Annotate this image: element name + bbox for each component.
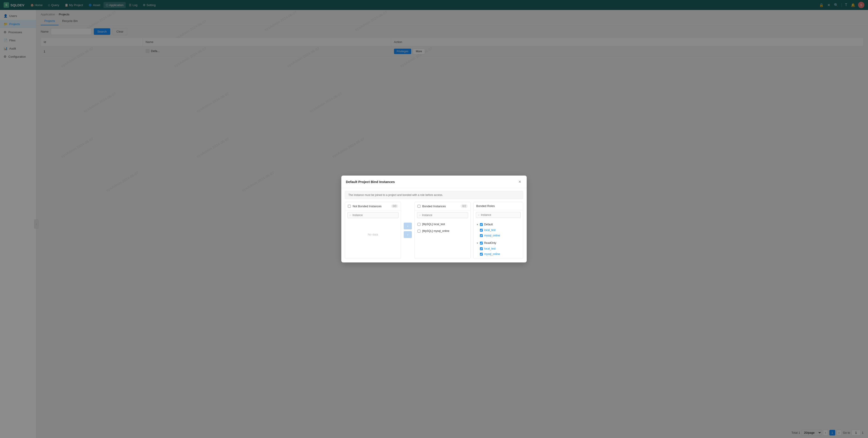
not-bonded-checkbox[interactable] xyxy=(348,205,351,208)
role-child-default-local-test: local_test xyxy=(473,227,523,233)
role-default-mysql-online-label: mysql_online xyxy=(484,234,500,237)
roles-search-box: ○ xyxy=(476,212,521,218)
modal-overlay: Default Project Bind Instances ✕ The ins… xyxy=(0,0,868,438)
role-default-local-test-checkbox[interactable] xyxy=(480,229,483,232)
bonded-roles-panel: Bonded Roles ○ ▼ Default xyxy=(473,202,523,259)
role-default-mysql-online-checkbox[interactable] xyxy=(480,234,483,237)
roles-panel-header: Bonded Roles xyxy=(473,202,523,210)
bonded-count: 0/2 xyxy=(461,204,468,208)
not-bonded-list: No data xyxy=(345,220,401,259)
not-bonded-search-input[interactable] xyxy=(352,213,397,217)
not-bonded-title: Not Bonded Instances xyxy=(352,205,381,208)
bonded-header: Bonded Instances 0/2 xyxy=(415,202,470,210)
role-group-readonly: ▼ ReadOnly local_test mysql_online xyxy=(473,239,523,258)
bonded-search-box: ○ xyxy=(417,212,468,218)
collapse-arrow-readonly: ▼ xyxy=(476,242,478,244)
bonded-item-1-label: [MySQL] mysql_online xyxy=(422,229,450,233)
not-bonded-title-row: Not Bonded Instances xyxy=(348,205,381,208)
bonded-item-0[interactable]: [MySQL] local_test xyxy=(415,221,470,228)
modal-close-button[interactable]: ✕ xyxy=(518,179,522,184)
role-group-default-checkbox[interactable] xyxy=(480,223,483,226)
not-bonded-header: Not Bonded Instances 0/0 xyxy=(345,202,401,210)
role-readonly-local-test-label: local_test xyxy=(484,247,496,250)
bonded-list: [MySQL] local_test [MySQL] mysql_online xyxy=(415,220,470,259)
role-child-readonly-local-test: local_test xyxy=(473,246,523,251)
role-child-readonly-mysql-online: mysql_online xyxy=(473,251,523,257)
not-bonded-search-box: ○ xyxy=(347,212,399,218)
bonded-item-0-label: [MySQL] local_test xyxy=(422,223,445,226)
transfer-buttons: ‹ › xyxy=(401,202,414,259)
modal-body: Not Bonded Instances 0/0 ○ No data ‹ › xyxy=(341,202,527,262)
role-default-local-test-label: local_test xyxy=(484,229,496,232)
role-child-default-mysql-online: mysql_online xyxy=(473,233,523,238)
roles-search-input[interactable] xyxy=(481,213,519,216)
bonded-title: Bonded Instances xyxy=(422,205,446,208)
role-readonly-local-test-checkbox[interactable] xyxy=(480,247,483,250)
bonded-item-0-checkbox[interactable] xyxy=(417,223,421,226)
modal-notice: The instance must be joined to a project… xyxy=(345,191,523,199)
bonded-checkbox[interactable] xyxy=(417,205,421,208)
modal-header: Default Project Bind Instances ✕ xyxy=(341,176,527,188)
transfer-right-button[interactable]: › xyxy=(404,231,412,238)
bonded-title-row: Bonded Instances xyxy=(417,205,446,208)
bonded-item-1-checkbox[interactable] xyxy=(417,230,421,233)
roles-list: ▼ Default local_test mysql_online xyxy=(473,220,523,259)
role-group-default-label: Default xyxy=(484,223,493,226)
collapse-arrow-default: ▼ xyxy=(476,223,478,226)
role-group-readonly-header[interactable]: ▼ ReadOnly xyxy=(473,240,523,246)
not-bonded-empty: No data xyxy=(345,221,401,248)
role-readonly-mysql-online-label: mysql_online xyxy=(484,253,500,256)
bonded-search-input[interactable] xyxy=(422,213,466,217)
bind-instances-modal: Default Project Bind Instances ✕ The ins… xyxy=(341,176,527,262)
role-group-default-header[interactable]: ▼ Default xyxy=(473,222,523,227)
role-group-readonly-checkbox[interactable] xyxy=(480,242,483,244)
not-bonded-count: 0/0 xyxy=(391,204,398,208)
transfer-left-button[interactable]: ‹ xyxy=(404,223,412,229)
role-readonly-mysql-online-checkbox[interactable] xyxy=(480,253,483,256)
bonded-panel: Bonded Instances 0/2 ○ [MySQL] local_tes… xyxy=(414,202,471,259)
search-icon: ○ xyxy=(349,213,351,217)
role-group-default: ▼ Default local_test mysql_online xyxy=(473,221,523,239)
search-icon: ○ xyxy=(419,213,421,217)
modal-title: Default Project Bind Instances xyxy=(346,180,395,184)
bonded-item-1[interactable]: [MySQL] mysql_online xyxy=(415,228,470,234)
role-group-readonly-label: ReadOnly xyxy=(484,241,496,244)
roles-search-icon: ○ xyxy=(478,213,479,216)
not-bonded-panel: Not Bonded Instances 0/0 ○ No data xyxy=(345,202,401,259)
